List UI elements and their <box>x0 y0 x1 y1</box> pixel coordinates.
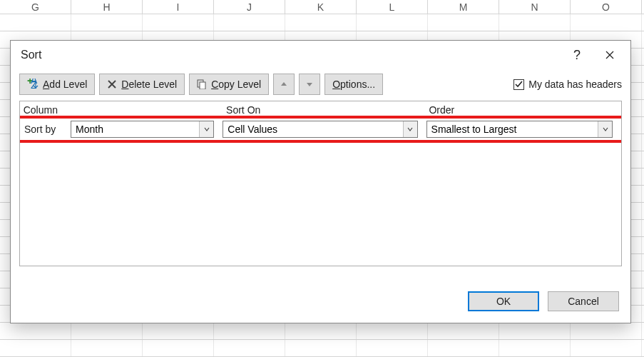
dialog-footer: OK Cancel <box>11 283 630 323</box>
add-level-button[interactable]: +AZ Add Level <box>19 74 95 95</box>
has-headers-label: My data has headers <box>528 79 622 90</box>
header-sort-on: Sort On <box>222 104 424 116</box>
column-header-row: G H I J K L M N O <box>0 0 644 14</box>
col-header[interactable]: O <box>571 0 642 14</box>
add-level-icon: +AZ <box>27 79 39 90</box>
has-headers-checkbox[interactable]: My data has headers <box>513 79 622 90</box>
checkbox-box <box>513 79 524 90</box>
sort-on-combo-value: Cell Values <box>223 124 402 135</box>
level-label: Sort by <box>20 124 71 135</box>
col-header[interactable]: I <box>143 0 214 14</box>
svg-marker-10 <box>281 82 287 86</box>
order-combo[interactable]: Smallest to Largest <box>426 121 613 138</box>
copy-level-button[interactable]: Copy Level <box>189 74 269 95</box>
svg-marker-11 <box>307 83 312 86</box>
toolbar: +AZ Add Level Delete Level Copy Level Op… <box>11 69 630 101</box>
check-icon <box>515 81 523 89</box>
column-combo-value: Month <box>71 124 199 135</box>
chevron-up-icon <box>280 81 287 88</box>
options-button[interactable]: Options... <box>324 74 383 95</box>
sort-dialog: Sort ? +AZ Add Level Delete Level Copy L… <box>10 40 631 323</box>
col-header[interactable]: L <box>357 0 428 14</box>
sort-level-row: Sort by Month Cell Values Smallest to La… <box>20 119 621 140</box>
col-header[interactable]: N <box>499 0 571 14</box>
col-header[interactable]: G <box>0 0 71 14</box>
header-order: Order <box>424 104 621 116</box>
dialog-title: Sort <box>21 49 561 61</box>
svg-rect-9 <box>200 82 205 89</box>
close-icon <box>605 51 614 59</box>
svg-text:Z: Z <box>31 79 37 90</box>
ok-button[interactable]: OK <box>468 291 539 311</box>
chevron-down-icon <box>403 121 417 137</box>
column-combo[interactable]: Month <box>71 121 214 138</box>
col-header[interactable]: M <box>428 0 499 14</box>
chevron-down-icon <box>306 81 313 88</box>
help-button[interactable]: ? <box>561 44 593 66</box>
close-button[interactable] <box>593 44 626 66</box>
order-combo-value: Smallest to Largest <box>427 124 598 135</box>
chevron-down-icon <box>199 121 213 137</box>
delete-icon <box>107 79 117 89</box>
chevron-down-icon <box>598 121 612 137</box>
header-column: Column <box>19 104 222 116</box>
col-header[interactable]: J <box>214 0 285 14</box>
move-down-button[interactable] <box>299 74 320 95</box>
level-headers: Column Sort On Order <box>20 101 621 119</box>
col-header[interactable]: K <box>285 0 357 14</box>
copy-icon <box>197 79 207 89</box>
titlebar: Sort ? <box>11 41 630 69</box>
move-up-button[interactable] <box>273 74 295 95</box>
col-header[interactable]: H <box>71 0 143 14</box>
delete-level-button[interactable]: Delete Level <box>99 74 185 95</box>
sort-on-combo[interactable]: Cell Values <box>223 121 417 138</box>
levels-panel: Column Sort On Order Sort by Month Cell … <box>19 101 622 266</box>
cancel-button[interactable]: Cancel <box>548 291 619 311</box>
